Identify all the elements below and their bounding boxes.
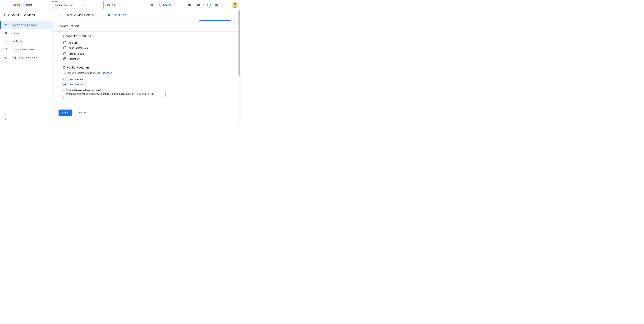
enabled-apis-icon xyxy=(4,23,8,26)
active-tab-indicator xyxy=(200,20,230,21)
radio-label: App URL xyxy=(68,41,78,44)
page-title: API/Service Details xyxy=(67,13,94,17)
radio-label: Apps Script project xyxy=(68,46,88,49)
radio-label: Dialogflow CX xyxy=(68,83,83,86)
radio-label: Dialogflow ES xyxy=(68,78,83,81)
main-area: API/Service Details DISABLE API Configur… xyxy=(54,10,241,123)
back-button[interactable] xyxy=(57,12,64,18)
radio-icon xyxy=(63,52,66,55)
sidebar-item-label: Credentials xyxy=(12,40,24,42)
radio-icon xyxy=(63,46,66,49)
project-picker[interactable]: Project Dialogflow Chat app xyxy=(50,1,87,8)
external-link-icon xyxy=(110,72,112,74)
search-button[interactable]: Search xyxy=(156,1,174,9)
terminal-icon xyxy=(197,3,200,7)
radio-app-url[interactable]: App URL xyxy=(63,40,236,45)
sidebar-item-enabled-apis[interactable]: Enabled APIs & services xyxy=(0,21,53,29)
sidebar-item-label: Library xyxy=(12,32,19,34)
cloud-wordmark: Cloud xyxy=(23,3,32,7)
radio-label: Dialogflow xyxy=(68,57,80,60)
project-picker-label: Project xyxy=(51,0,59,2)
sidebar-nav: Enabled APIs & services Library Credenti… xyxy=(0,20,53,116)
page-usage-icon xyxy=(4,56,8,59)
more-vert-icon xyxy=(224,3,228,7)
sidebar-title: APIs & Services xyxy=(12,13,35,17)
cancel-button[interactable]: CANCEL xyxy=(76,111,87,114)
disable-api-button[interactable]: DISABLE API xyxy=(108,14,127,16)
hamburger-menu-button[interactable] xyxy=(2,1,10,9)
dialogflow-settings-heading: Dialogflow settings xyxy=(63,66,236,69)
caret-down-icon xyxy=(84,4,86,6)
notifications-button[interactable]: 1 xyxy=(204,2,211,8)
arrow-back-icon xyxy=(58,13,62,17)
radio-icon xyxy=(63,83,66,86)
tab-bar xyxy=(54,20,241,22)
sidebar-item-label: Enabled APIs & services xyxy=(12,23,37,26)
more-button[interactable] xyxy=(223,2,229,8)
editions-link[interactable]: Editions xyxy=(101,71,109,74)
radio-label: Cloud Pub/Sub xyxy=(68,52,84,55)
account-avatar[interactable] xyxy=(232,2,238,8)
project-picker-value: Dialogflow Chat app xyxy=(52,3,73,6)
sidebar-item-library[interactable]: Library xyxy=(0,29,53,37)
sidebar-item-oauth-consent[interactable]: OAuth consent screen xyxy=(0,45,53,53)
cloud-shell-button[interactable] xyxy=(195,2,202,8)
sidebar-item-label: OAuth consent screen xyxy=(12,48,35,51)
field-label: Agent or Environment resource name * xyxy=(65,89,102,91)
svg-point-4 xyxy=(234,4,234,4)
agent-resource-name-field: Agent or Environment resource name * xyxy=(63,90,166,98)
google-cloud-logo[interactable]: Google Cloud xyxy=(11,3,32,7)
notification-count: 1 xyxy=(207,3,208,6)
configuration-heading: Configuration xyxy=(54,24,241,31)
radio-dialogflow[interactable]: Dialogflow xyxy=(63,56,236,61)
feedback-button[interactable] xyxy=(186,2,192,8)
scrollbar-thumb[interactable] xyxy=(238,10,240,76)
search-box: Search xyxy=(103,1,174,9)
sidebar-item-credentials[interactable]: Credentials xyxy=(0,37,53,45)
feedback-icon xyxy=(188,3,191,7)
chevron-left-icon xyxy=(4,118,7,121)
radio-cloud-pubsub[interactable]: Cloud Pub/Sub xyxy=(63,51,236,56)
credentials-icon xyxy=(4,40,8,43)
disable-api-label: DISABLE API xyxy=(112,14,127,16)
svg-point-5 xyxy=(236,4,236,4)
radio-icon xyxy=(63,57,66,60)
search-clear-button[interactable] xyxy=(148,1,156,9)
sidebar: API APIs & Services Enabled APIs & servi… xyxy=(0,10,54,123)
help-icon xyxy=(215,3,218,7)
oauth-consent-icon xyxy=(4,48,8,51)
search-button-label: Search xyxy=(163,3,171,6)
search-icon xyxy=(159,3,162,6)
topbar-right: 1 xyxy=(186,2,238,8)
hint-suffix: . xyxy=(112,71,112,74)
content-scroll[interactable]: Configuration Connection settings App UR… xyxy=(54,22,241,123)
help-button[interactable] xyxy=(214,2,220,8)
save-button[interactable]: SAVE xyxy=(58,109,72,116)
agent-resource-name-input[interactable] xyxy=(64,90,165,98)
main-header: API/Service Details DISABLE API xyxy=(54,10,241,20)
sidebar-item-page-usage[interactable]: Page usage agreements xyxy=(0,53,53,62)
google-wordmark: Google xyxy=(11,3,22,7)
stop-icon xyxy=(108,14,110,16)
sidebar-header: API APIs & Services xyxy=(0,10,53,20)
menu-icon xyxy=(4,3,8,7)
radio-dialogflow-es[interactable]: Dialogflow ES xyxy=(63,77,236,82)
connection-settings-heading: Connection settings xyxy=(63,34,236,38)
hint-prefix: To choose a Dialogflow edition, see xyxy=(63,71,101,74)
radio-icon xyxy=(63,78,66,81)
radio-icon xyxy=(63,41,66,44)
library-icon xyxy=(4,31,8,34)
radio-dialogflow-cx[interactable]: Dialogflow CX xyxy=(63,82,236,87)
form-footer: SAVE CANCEL xyxy=(54,107,241,118)
avatar-icon xyxy=(232,2,238,8)
api-section-icon: API xyxy=(4,13,10,17)
connection-settings-section: Connection settings App URL Apps Script … xyxy=(54,31,241,98)
top-bar: Google Cloud Project Dialogflow Chat app… xyxy=(0,0,241,10)
close-icon xyxy=(150,3,154,6)
radio-apps-script[interactable]: Apps Script project xyxy=(63,45,236,50)
search-input[interactable] xyxy=(104,1,148,9)
page-scrollbar[interactable] xyxy=(238,10,241,123)
sidebar-collapse-button[interactable] xyxy=(0,116,53,123)
sidebar-item-label: Page usage agreements xyxy=(12,56,37,59)
dialogflow-hint: To choose a Dialogflow edition, see Edit… xyxy=(63,71,236,74)
